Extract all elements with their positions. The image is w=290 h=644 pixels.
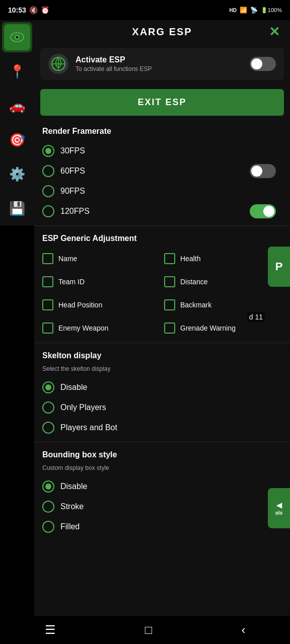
bbox-disable-label: Disable bbox=[60, 482, 87, 491]
activate-esp-card: Activate ESP To activate all functions E… bbox=[40, 48, 284, 80]
fps-60-option[interactable]: 60FPS bbox=[42, 161, 85, 181]
nav-back-button[interactable]: ‹ bbox=[229, 619, 257, 641]
checkbox-backmark-label: Backmark bbox=[180, 301, 211, 309]
bbox-filled-label: Filled bbox=[60, 522, 80, 531]
header: XARG ESP ✕ bbox=[34, 20, 290, 44]
sidebar-item-crosshair[interactable]: 🎯 bbox=[2, 125, 32, 155]
render-framerate-section: Render Framerate 30FPS 60FPS 90FPS bbox=[34, 121, 290, 223]
close-button[interactable]: ✕ bbox=[269, 24, 280, 40]
checkbox-distance-label: Distance bbox=[180, 278, 207, 286]
fps-60-label: 60FPS bbox=[60, 167, 85, 176]
checkbox-grenadewarning-label: Grenade Warning bbox=[180, 324, 236, 332]
skelton-display-title: Skelton display bbox=[42, 351, 282, 360]
sidebar-item-chip[interactable]: 💾 bbox=[2, 193, 32, 223]
skelton-disable-radio[interactable] bbox=[42, 381, 54, 393]
fps-120-option[interactable]: 120FPS bbox=[42, 201, 90, 221]
skelton-playersbot-radio[interactable] bbox=[42, 422, 54, 434]
skelton-players-label: Only Players bbox=[60, 403, 106, 412]
float-p-tab[interactable]: P bbox=[268, 247, 290, 287]
fps-30-radio[interactable] bbox=[42, 145, 54, 157]
bbox-disable-option[interactable]: Disable bbox=[42, 476, 282, 497]
status-bar: 10:53 🔇 ⏰ HD 📶 📡 🔋100% bbox=[0, 0, 290, 20]
skelton-disable-option[interactable]: Disable bbox=[42, 377, 282, 397]
fps-60-radio[interactable] bbox=[42, 165, 54, 177]
checkbox-headpos-label: Head Position bbox=[58, 301, 102, 309]
skelton-playersbot-label: Players and Bot bbox=[60, 423, 117, 432]
divider-2 bbox=[34, 343, 290, 343]
skelton-display-sub: Select the skelton display bbox=[42, 365, 282, 372]
checkbox-backmark-box[interactable] bbox=[164, 299, 175, 310]
status-right: HD 📶 📡 🔋100% bbox=[229, 7, 282, 14]
skelton-players-option[interactable]: Only Players bbox=[42, 397, 282, 418]
time: 10:53 bbox=[8, 6, 26, 14]
float-d11: d 11 bbox=[247, 312, 265, 322]
signal-icon: 📶 bbox=[240, 7, 247, 14]
activate-icon bbox=[48, 54, 68, 74]
checkbox-enemyweapon-box[interactable] bbox=[42, 323, 53, 334]
vehicle-icon: 🚗 bbox=[9, 98, 25, 114]
fps-60-toggle[interactable] bbox=[250, 164, 276, 178]
mute-icon: 🔇 bbox=[29, 6, 38, 14]
hd-icon: HD bbox=[229, 8, 236, 13]
checkbox-enemyweapon-label: Enemy Weapon bbox=[58, 324, 108, 332]
checkbox-headpos[interactable]: Head Position bbox=[42, 294, 160, 315]
bounding-box-sub: Custom display box style bbox=[42, 464, 282, 471]
checkbox-enemyweapon[interactable]: Enemy Weapon bbox=[42, 317, 160, 339]
skelton-disable-label: Disable bbox=[60, 383, 87, 392]
sidebar-item-eye[interactable] bbox=[2, 22, 32, 52]
wifi-icon: 📡 bbox=[250, 7, 258, 14]
bounding-box-title: Bounding box style bbox=[42, 450, 282, 459]
sidebar-item-location[interactable]: 📍 bbox=[2, 56, 32, 87]
checkbox-distance[interactable]: Distance bbox=[164, 271, 282, 292]
checkbox-health-box[interactable] bbox=[164, 253, 175, 264]
fps-120-row: 120FPS bbox=[42, 201, 282, 221]
fps-60-row: 60FPS bbox=[42, 161, 282, 181]
fps-90-radio[interactable] bbox=[42, 185, 54, 197]
skelton-display-section: Skelton display Select the skelton displ… bbox=[34, 345, 290, 440]
fps-30-option[interactable]: 30FPS bbox=[42, 141, 282, 161]
chip-icon: 💾 bbox=[9, 201, 25, 216]
checkbox-distance-box[interactable] bbox=[164, 276, 175, 287]
checkbox-name-label: Name bbox=[58, 255, 77, 263]
sidebar-item-vehicle[interactable]: 🚗 bbox=[2, 91, 32, 121]
battery-icon: 🔋100% bbox=[261, 7, 282, 14]
fps-90-option[interactable]: 90FPS bbox=[42, 181, 282, 201]
settings-icon: ⚙️ bbox=[9, 167, 25, 182]
checkbox-grenadewarning-box[interactable] bbox=[164, 323, 175, 334]
esp-generic-title: ESP Generic Adjustment bbox=[42, 234, 282, 243]
activate-toggle[interactable] bbox=[250, 57, 276, 71]
bounding-box-section: Bounding box style Custom display box st… bbox=[34, 444, 290, 539]
fps-120-label: 120FPS bbox=[60, 207, 90, 216]
nav-menu-button[interactable]: ☰ bbox=[33, 619, 68, 641]
bbox-filled-radio[interactable] bbox=[42, 521, 54, 533]
sidebar-item-settings[interactable]: ⚙️ bbox=[2, 159, 32, 189]
toggle-knob bbox=[251, 58, 262, 69]
checkbox-headpos-box[interactable] bbox=[42, 299, 53, 310]
activate-subtitle: To activate all functions ESP bbox=[76, 65, 243, 72]
checkbox-name[interactable]: Name bbox=[42, 248, 160, 269]
float-tools-tab[interactable]: ◀ ols bbox=[268, 488, 290, 528]
nav-home-button[interactable]: □ bbox=[133, 619, 165, 641]
fps-120-radio[interactable] bbox=[42, 205, 54, 217]
bbox-stroke-option[interactable]: Stroke bbox=[42, 497, 282, 517]
main-content: XARG ESP ✕ Activate ESP To activate all … bbox=[34, 20, 290, 644]
status-left: 10:53 🔇 ⏰ bbox=[8, 6, 49, 14]
skelton-players-radio[interactable] bbox=[42, 401, 54, 414]
activate-title: Activate ESP bbox=[76, 55, 243, 64]
fps-120-toggle[interactable] bbox=[250, 204, 276, 218]
checkbox-health-label: Health bbox=[180, 255, 200, 263]
fps-120-toggle-knob bbox=[263, 206, 274, 217]
header-title: XARG ESP bbox=[132, 26, 192, 38]
checkbox-name-box[interactable] bbox=[42, 253, 53, 264]
crosshair-icon: 🎯 bbox=[9, 132, 25, 148]
bbox-stroke-radio[interactable] bbox=[42, 501, 54, 513]
bbox-stroke-label: Stroke bbox=[60, 502, 84, 511]
exit-esp-button[interactable]: EXIT ESP bbox=[40, 89, 284, 116]
checkbox-health[interactable]: Health bbox=[164, 248, 282, 269]
bbox-filled-option[interactable]: Filled bbox=[42, 517, 282, 537]
checkbox-teamid[interactable]: Team ID bbox=[42, 271, 160, 292]
checkbox-teamid-box[interactable] bbox=[42, 276, 53, 287]
bbox-disable-radio[interactable] bbox=[42, 480, 54, 493]
fps-90-label: 90FPS bbox=[60, 187, 85, 196]
skelton-playersbot-option[interactable]: Players and Bot bbox=[42, 418, 282, 438]
